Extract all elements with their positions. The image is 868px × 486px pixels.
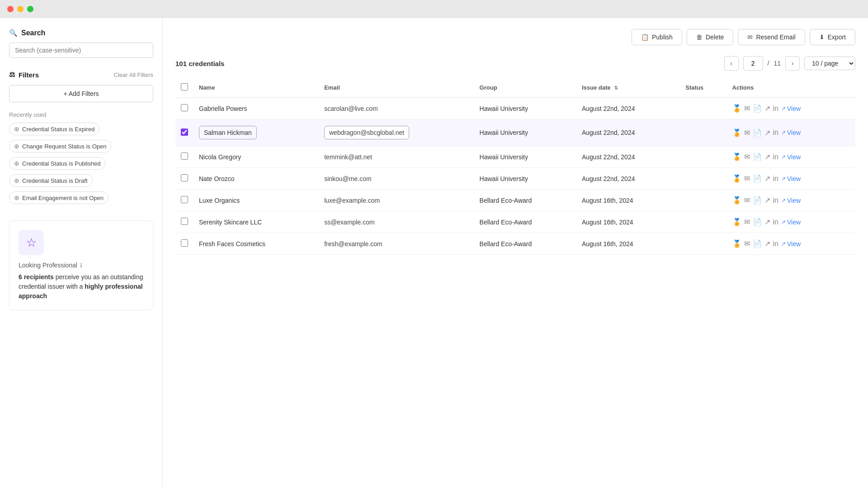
search-input[interactable]	[9, 43, 153, 58]
actions-cell: 🏅 ✉ 📄 ↗ in ↗ View	[727, 119, 855, 146]
add-filters-button[interactable]: + Add Filters	[9, 85, 153, 102]
share-icon[interactable]: ↗	[764, 239, 770, 248]
issue-date-column-header[interactable]: Issue date ⇅	[576, 78, 680, 98]
app-container: 🔍 Search ⚖ Filters Clear All Filters + A…	[0, 18, 868, 486]
delete-button[interactable]: 🗑 Delete	[687, 29, 733, 45]
credential-icon[interactable]: 🏅	[732, 174, 741, 183]
row-checkbox[interactable]	[181, 239, 188, 247]
view-link[interactable]: ↗ View	[781, 105, 801, 112]
group-cell: Bellard Eco-Award	[474, 211, 576, 233]
email-icon: ✉	[747, 33, 753, 41]
row-checkbox-cell[interactable]	[175, 190, 193, 211]
view-link[interactable]: ↗ View	[781, 175, 801, 182]
view-link[interactable]: ↗ View	[781, 219, 801, 226]
publish-button[interactable]: 📋 Publish	[632, 29, 682, 45]
linkedin-icon[interactable]: in	[773, 153, 778, 161]
document-icon[interactable]: 📄	[753, 152, 762, 161]
email-cell: scarolan@live.com	[319, 98, 474, 119]
add-filter-icon: ⊕	[14, 177, 19, 184]
share-icon[interactable]: ↗	[764, 152, 770, 161]
minimize-button[interactable]	[17, 6, 24, 12]
row-checkbox-cell[interactable]	[175, 233, 193, 255]
view-link[interactable]: ↗ View	[781, 197, 801, 204]
page-input[interactable]	[743, 56, 763, 71]
email-action-icon[interactable]: ✉	[744, 218, 750, 226]
document-icon[interactable]: 📄	[753, 196, 762, 205]
share-icon[interactable]: ↗	[764, 104, 770, 113]
document-icon[interactable]: 📄	[753, 218, 762, 226]
actions-cell: 🏅 ✉ 📄 ↗ in ↗ View	[727, 211, 855, 233]
add-filter-icon: ⊕	[14, 125, 19, 133]
email-action-icon[interactable]: ✉	[744, 152, 750, 161]
document-icon[interactable]: 📄	[753, 239, 762, 248]
filter-tag-expired[interactable]: ⊕Credential Status is Expired	[9, 123, 99, 135]
document-icon[interactable]: 📄	[753, 129, 762, 137]
add-filter-icon: ⊕	[14, 143, 19, 150]
credential-icon[interactable]: 🏅	[732, 239, 741, 248]
share-icon[interactable]: ↗	[764, 196, 770, 205]
credential-icon[interactable]: 🏅	[732, 104, 741, 113]
filter-tag-email-not-open[interactable]: ⊕Email Engagement is not Open	[9, 191, 108, 204]
email-action-icon[interactable]: ✉	[744, 196, 750, 205]
table-row: Salman Hickman webdragon@sbcglobal.net H…	[175, 119, 855, 146]
row-checkbox[interactable]	[181, 196, 188, 203]
actions-cell: 🏅 ✉ 📄 ↗ in ↗ View	[727, 190, 855, 211]
linkedin-icon[interactable]: in	[773, 240, 778, 248]
row-checkbox-cell[interactable]	[175, 168, 193, 190]
view-link[interactable]: ↗ View	[781, 153, 801, 161]
document-icon[interactable]: 📄	[753, 104, 762, 113]
per-page-select[interactable]: 10 / page25 / page50 / page100 / page	[804, 57, 855, 70]
document-icon[interactable]: 📄	[753, 174, 762, 183]
status-cell	[680, 211, 726, 233]
email-action-icon[interactable]: ✉	[744, 129, 750, 137]
email-action-icon[interactable]: ✉	[744, 104, 750, 113]
status-cell	[680, 146, 726, 168]
credential-icon[interactable]: 🏅	[732, 196, 741, 205]
actions-cell: 🏅 ✉ 📄 ↗ in ↗ View	[727, 98, 855, 119]
row-checkbox-cell[interactable]	[175, 98, 193, 119]
share-icon[interactable]: ↗	[764, 218, 770, 226]
view-link[interactable]: ↗ View	[781, 240, 801, 248]
filter-tag-change-open[interactable]: ⊕Change Request Status is Open	[9, 140, 111, 152]
linkedin-icon[interactable]: in	[773, 129, 778, 137]
next-page-button[interactable]: ›	[785, 56, 800, 71]
external-link-icon: ↗	[781, 176, 786, 182]
linkedin-icon[interactable]: in	[773, 196, 778, 205]
email-cell: sinkou@me.com	[319, 168, 474, 190]
close-button[interactable]	[7, 6, 14, 12]
share-icon[interactable]: ↗	[764, 129, 770, 137]
linkedin-icon[interactable]: in	[773, 175, 778, 183]
row-checkbox-cell[interactable]	[175, 146, 193, 168]
email-action-icon[interactable]: ✉	[744, 174, 750, 183]
view-link[interactable]: ↗ View	[781, 129, 801, 136]
row-checkbox[interactable]	[181, 104, 188, 111]
export-button[interactable]: ⬇ Export	[810, 29, 855, 45]
row-checkbox[interactable]	[181, 218, 188, 225]
group-column-header: Group	[474, 78, 576, 98]
credential-icon[interactable]: 🏅	[732, 152, 741, 161]
resend-email-button[interactable]: ✉ Resend Email	[738, 29, 805, 45]
linkedin-icon[interactable]: in	[773, 218, 778, 226]
filter-tag-published[interactable]: ⊕Credential Status is Published	[9, 157, 105, 170]
row-checkbox-cell[interactable]	[175, 211, 193, 233]
row-checkbox-cell[interactable]	[175, 119, 193, 146]
row-checkbox[interactable]	[181, 152, 188, 160]
credential-icon[interactable]: 🏅	[732, 218, 741, 226]
promo-title: Looking Professional ℹ	[19, 262, 144, 269]
clear-filters-button[interactable]: Clear All Filters	[114, 71, 153, 78]
email-action-icon[interactable]: ✉	[744, 239, 750, 248]
share-icon[interactable]: ↗	[764, 174, 770, 183]
row-checkbox[interactable]	[181, 129, 188, 136]
row-checkbox[interactable]	[181, 174, 188, 181]
credential-icon[interactable]: 🏅	[732, 129, 741, 137]
email-cell: fresh@example.com	[319, 233, 474, 255]
linkedin-icon[interactable]: in	[773, 105, 778, 113]
maximize-button[interactable]	[27, 6, 33, 12]
prev-page-button[interactable]: ‹	[724, 56, 739, 71]
issue-date-cell: August 22nd, 2024	[576, 98, 680, 119]
select-all-header[interactable]	[175, 78, 193, 98]
filters-header: ⚖ Filters Clear All Filters	[9, 71, 153, 79]
filter-tag-draft[interactable]: ⊕Credential Status is Draft	[9, 174, 93, 187]
select-all-checkbox[interactable]	[181, 83, 188, 91]
table-row: Gabriella Powers scarolan@live.com Hawai…	[175, 98, 855, 119]
